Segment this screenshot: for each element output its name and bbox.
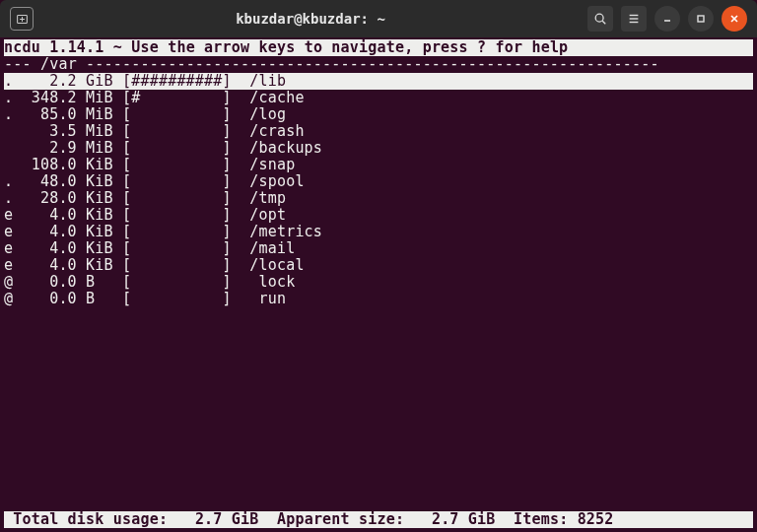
current-path-line: --- /var -------------------------------… <box>4 56 753 73</box>
window-title: kbuzdar@kbuzdar: ~ <box>34 11 587 27</box>
terminal-body[interactable]: ncdu 1.14.1 ~ Use the arrow keys to navi… <box>0 37 757 532</box>
menu-button[interactable] <box>621 6 647 32</box>
list-item[interactable]: 2.9 MiB [ ] /backups <box>4 140 753 157</box>
list-item[interactable]: 108.0 KiB [ ] /snap <box>4 157 753 173</box>
search-button[interactable] <box>587 6 613 32</box>
svg-line-4 <box>602 21 605 24</box>
svg-rect-9 <box>698 16 704 22</box>
list-item[interactable]: . 2.2 GiB [##########] /lib <box>4 73 753 90</box>
new-tab-button[interactable] <box>10 7 34 31</box>
status-footer: Total disk usage: 2.7 GiB Apparent size:… <box>4 511 753 528</box>
list-item[interactable]: . 48.0 KiB [ ] /spool <box>4 173 753 190</box>
list-item[interactable]: @ 0.0 B [ ] lock <box>4 274 753 291</box>
list-item[interactable]: . 28.0 KiB [ ] /tmp <box>4 190 753 207</box>
list-item[interactable]: e 4.0 KiB [ ] /metrics <box>4 224 753 240</box>
list-item[interactable]: e 4.0 KiB [ ] /mail <box>4 240 753 257</box>
list-item[interactable]: e 4.0 KiB [ ] /local <box>4 257 753 274</box>
window-titlebar: kbuzdar@kbuzdar: ~ <box>0 0 757 37</box>
list-item[interactable]: 3.5 MiB [ ] /crash <box>4 123 753 140</box>
directory-listing[interactable]: . 2.2 GiB [##########] /lib. 348.2 MiB [… <box>4 73 753 307</box>
minimize-button[interactable] <box>654 6 680 32</box>
list-item[interactable]: @ 0.0 B [ ] run <box>4 291 753 307</box>
ncdu-header-line: ncdu 1.14.1 ~ Use the arrow keys to navi… <box>4 39 753 56</box>
close-button[interactable] <box>722 6 747 32</box>
list-item[interactable]: . 85.0 MiB [ ] /log <box>4 106 753 123</box>
list-item[interactable]: . 348.2 MiB [# ] /cache <box>4 90 753 106</box>
svg-point-3 <box>595 14 603 22</box>
maximize-button[interactable] <box>688 6 714 32</box>
list-item[interactable]: e 4.0 KiB [ ] /opt <box>4 207 753 224</box>
